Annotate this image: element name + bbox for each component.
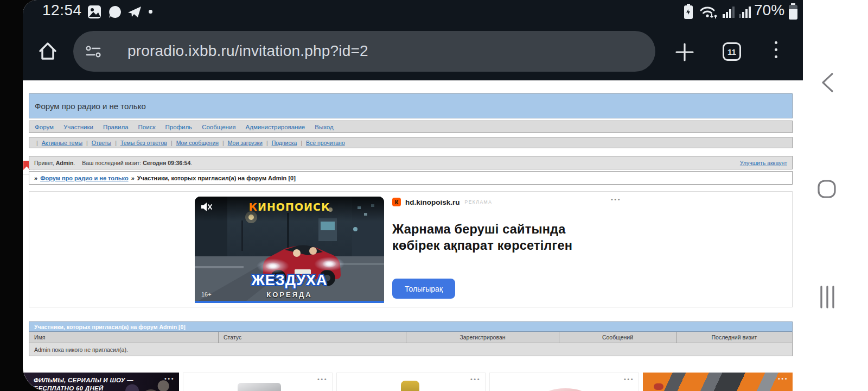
ad-options-icon[interactable]: •••: [778, 375, 788, 382]
quick-subscription[interactable]: Подписка: [272, 140, 297, 146]
quick-my-uploads[interactable]: Мои загрузки: [228, 140, 263, 146]
status-bar-clock: 12:54: [42, 2, 82, 19]
product-image: [542, 388, 589, 391]
url-bar[interactable]: proradio.ixbb.ru/invitation.php?id=2: [73, 31, 655, 72]
tab-switcher[interactable]: 11: [723, 42, 741, 61]
forum-quick-nav: | Активные темы | Ответы | Темы без отве…: [29, 137, 793, 148]
bottom-ad-text: ФИЛЬМЫ, СЕРИАЛЫ И ШОУ — БЕСПЛАТНО 60 ДНЕ…: [34, 376, 133, 391]
nav-recents-icon[interactable]: [818, 286, 837, 308]
nav-messages[interactable]: Сообщения: [202, 124, 235, 130]
cellular-signal-icon: [738, 5, 752, 18]
bottom-ad-card[interactable]: •••: [183, 373, 333, 391]
ad-options-icon[interactable]: •••: [624, 376, 634, 382]
nav-search[interactable]: Поиск: [138, 124, 156, 130]
bottom-ad-card-movies[interactable]: ФИЛЬМЫ, СЕРИАЛЫ И ШОУ — БЕСПЛАТНО 60 ДНЕ…: [23, 373, 179, 391]
quick-mark-read[interactable]: Всё прочитано: [306, 140, 345, 146]
battery-icon: [788, 3, 799, 20]
ad-video-player[interactable]: КИНОПОИСК ЖЕЗДУХА КОРЕЯДА 16+: [195, 197, 384, 303]
product-image: [654, 383, 663, 390]
col-posts: Сообщений: [559, 332, 676, 343]
ad-card: КИНОПОИСК ЖЕЗДУХА КОРЕЯДА 16+ К hd.kinop…: [29, 191, 793, 307]
ad-options-icon[interactable]: •••: [611, 196, 621, 203]
quick-unanswered[interactable]: Темы без ответов: [120, 140, 167, 146]
ad-options-icon[interactable]: •••: [317, 376, 328, 382]
table-empty-text: Admin пока никого не пригласил(а).: [34, 346, 128, 353]
last-visit-time: Сегодня 09:36:54: [143, 160, 190, 166]
movie-title: ЖЕЗДУХА: [195, 272, 384, 289]
table-header-row: Имя Статус Зарегистрирован Сообщений Пос…: [29, 332, 793, 343]
new-tab-icon[interactable]: [674, 41, 695, 63]
browser-app-window: 12:54: [23, 0, 803, 391]
tab-count: 11: [727, 47, 736, 56]
site-info-icon[interactable]: [85, 44, 101, 59]
phone-screen: 12:54: [0, 0, 868, 391]
upgrade-account-link[interactable]: Улучшить аккаунт: [740, 160, 787, 166]
nav-admin[interactable]: Администрирование: [246, 124, 305, 130]
greeting-bar: Привет, Admin. Ваш последний визит: Сего…: [29, 156, 793, 169]
col-status: Статус: [219, 332, 406, 343]
url-text[interactable]: proradio.ixbb.ru/invitation.php?id=2: [127, 42, 368, 60]
product-image: [238, 383, 281, 391]
breadcrumb-current: Участники, которых пригласил(а) на форум…: [137, 175, 296, 181]
col-last-visit: Последний визит: [676, 332, 792, 343]
breadcrumb: » Форум про радио и не только » Участник…: [29, 171, 793, 185]
ad-options-icon[interactable]: •••: [470, 376, 481, 382]
advertiser-row: К hd.kinopoisk.ru РЕКЛАМА: [392, 198, 492, 206]
battery-percent: 70%: [754, 2, 784, 19]
forum-title-banner: Форум про радио и не только: [29, 93, 793, 118]
ad-options-icon[interactable]: •••: [164, 375, 175, 382]
chat-icon: [107, 4, 123, 20]
kinopoisk-video-logo: КИНОПОИСК: [195, 201, 384, 213]
cellular-signal-icon: [722, 5, 736, 18]
nav-home-icon[interactable]: [817, 179, 837, 199]
nav-back-icon[interactable]: [818, 72, 837, 93]
product-image: [401, 381, 419, 391]
video-progress-bar: [195, 301, 384, 303]
nav-members[interactable]: Участники: [63, 124, 93, 130]
col-registered: Зарегистрирован: [406, 332, 559, 343]
forum-title: Форум про радио и не только: [35, 102, 146, 111]
nav-profile[interactable]: Профиль: [165, 124, 192, 130]
col-name: Имя: [29, 332, 219, 343]
kinopoisk-app-icon: К: [392, 198, 401, 206]
gallery-icon: [87, 4, 102, 20]
table-title: Участники, которых пригласил(а) на форум…: [34, 324, 186, 330]
quick-active-topics[interactable]: Активные темы: [42, 140, 82, 146]
home-icon[interactable]: [36, 39, 60, 63]
bottom-ad-card[interactable]: •••: [336, 373, 486, 391]
table-title-bar: Участники, которых пригласил(а) на форум…: [29, 321, 793, 332]
notification-dot: [149, 10, 152, 14]
browser-chrome: 12:54: [23, 0, 803, 80]
breadcrumb-forum-link[interactable]: Форум про радио и не только: [40, 175, 129, 181]
table-empty-row: Admin пока никого не пригласил(а).: [29, 343, 793, 356]
greeting-text: Привет, Admin. Ваш последний визит: Сего…: [34, 160, 192, 166]
movie-subtitle: КОРЕЯДА: [195, 291, 384, 299]
forum-main-nav: Форум Участники Правила Поиск Профиль Со…: [29, 121, 793, 133]
quick-replies[interactable]: Ответы: [92, 140, 111, 146]
advertiser-domain[interactable]: hd.kinopoisk.ru: [405, 198, 460, 206]
bottom-ad-card[interactable]: •••: [489, 373, 639, 391]
quick-my-posts[interactable]: Мои сообщения: [176, 140, 219, 146]
ad-label: РЕКЛАМА: [465, 199, 493, 205]
ad-headline[interactable]: Жарнама беруші сайтында көбірек ақпарат …: [392, 221, 594, 254]
webpage-viewport: Форум про радио и не только Форум Участн…: [23, 80, 803, 391]
battery-saver-icon: [682, 3, 694, 20]
ad-cta-button[interactable]: Толығырақ: [392, 279, 455, 299]
android-navigation-bar: [803, 0, 868, 391]
menu-kebab-icon[interactable]: [775, 41, 777, 62]
wifi-icon: [699, 4, 718, 20]
age-rating: 16+: [201, 291, 212, 298]
bottom-ad-card-machinery[interactable]: •••: [643, 373, 793, 391]
nav-forum[interactable]: Форум: [35, 124, 54, 130]
telegram-icon: [127, 5, 142, 19]
nav-logout[interactable]: Выход: [315, 124, 333, 130]
greeting-username: Admin: [56, 160, 74, 166]
nav-rules[interactable]: Правила: [103, 124, 129, 130]
